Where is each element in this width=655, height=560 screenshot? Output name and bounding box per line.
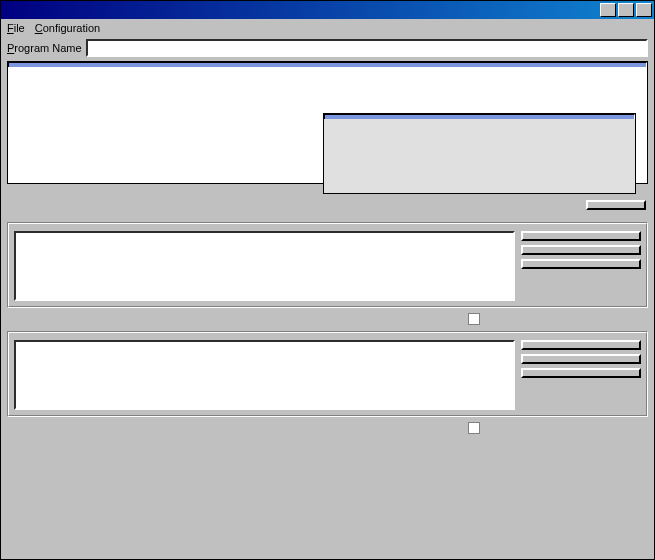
modify-button-1[interactable] (521, 245, 641, 255)
menubar: File Configuration (1, 19, 654, 37)
modify-button-2[interactable] (521, 354, 641, 364)
remove-button-1[interactable] (521, 259, 641, 269)
refresh-button[interactable] (586, 200, 646, 210)
menu-configuration[interactable]: Configuration (35, 22, 100, 34)
titlebar[interactable] (1, 1, 654, 19)
disable-x-checklist[interactable] (14, 340, 515, 410)
checkbox-icon (468, 422, 480, 434)
app-window: File Configuration Program Name (0, 0, 655, 560)
topmost-panel (323, 113, 636, 194)
close-button[interactable] (636, 3, 652, 17)
minimize-button[interactable] (600, 3, 616, 17)
topmost-list[interactable] (324, 119, 635, 193)
set-topmost-group (7, 222, 648, 308)
add-button-1[interactable] (521, 231, 641, 241)
set-topmost-all-checkbox[interactable] (468, 312, 644, 325)
checkbox-icon (468, 313, 480, 325)
program-name-label: Program Name (7, 42, 82, 54)
menu-file[interactable]: File (7, 22, 25, 34)
add-button-2[interactable] (521, 340, 641, 350)
set-topmost-checklist[interactable] (14, 231, 515, 301)
remove-button-2[interactable] (521, 368, 641, 378)
disable-x-group (7, 331, 648, 417)
program-name-input[interactable] (86, 39, 648, 57)
disable-x-all-checkbox[interactable] (468, 421, 644, 434)
maximize-button[interactable] (618, 3, 634, 17)
